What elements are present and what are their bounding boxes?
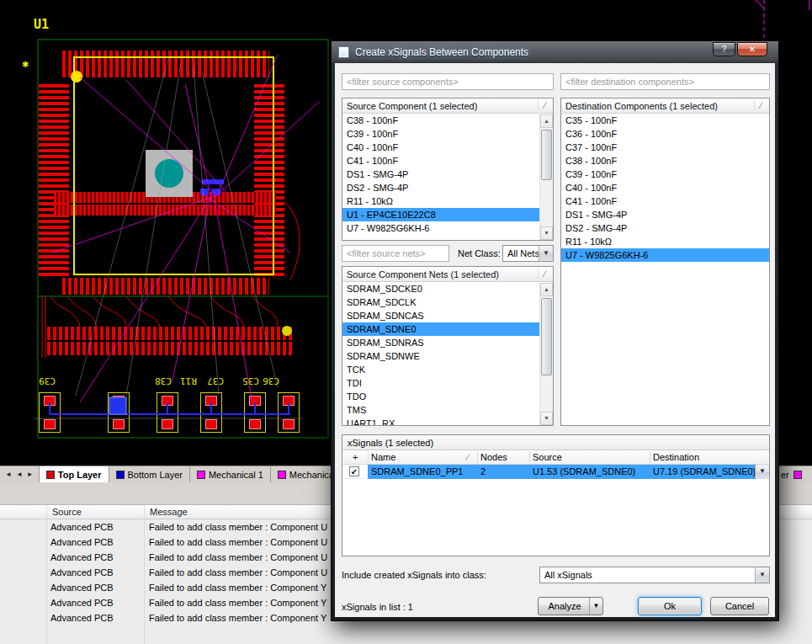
scroll-down-icon[interactable]: ▼ [540,412,553,425]
chevron-down-icon[interactable]: ▼ [755,465,769,479]
layer-color-swatch [116,471,125,479]
messages-col-blank[interactable] [0,505,47,519]
chevron-down-icon[interactable]: ▼ [539,246,553,261]
list-item[interactable]: C38 - 100nF [342,114,539,127]
grid-line [46,519,47,644]
sort-indicator-icon[interactable]: ∕ [467,452,469,462]
list-item[interactable]: R11 - 10kΩ [342,194,539,208]
filter-destination-components-input[interactable] [560,73,770,90]
list-item[interactable]: C40 - 100nF [342,141,539,154]
designator-c36: C36 [263,375,279,386]
list-item[interactable]: UART1_RX [342,417,539,426]
scrollbar-thumb[interactable] [541,130,552,180]
close-button[interactable]: ✕ [737,42,767,56]
layer-tab-overflow[interactable]: er [781,467,802,482]
col-nodes[interactable]: Nodes [480,452,507,462]
analyze-button[interactable]: Analyze ▼ [538,597,603,615]
list-item[interactable]: R11 - 10kΩ [561,235,769,248]
source-nets-header[interactable]: Source Component Nets (1 selected) ∕ [342,267,553,282]
list-item[interactable]: SDRAM_SDCKE0 [342,282,539,295]
list-item[interactable]: C38 - 100nF [561,154,769,168]
list-item[interactable]: C36 - 100nF [561,127,769,141]
list-item[interactable]: U7 - W9825G6KH-6 [342,221,539,235]
source-components-header[interactable]: Source Component (1 selected) ∕ [342,98,553,114]
list-item[interactable]: C37 - 100nF [561,141,769,154]
layer-tab-bottom[interactable]: Bottom Layer [109,466,190,482]
scroll-left-icon[interactable]: ◄ [5,471,12,478]
list-item-selected[interactable]: U7 - W9825G6KH-6 [561,248,769,262]
footprint-c39[interactable] [39,392,61,433]
scroll-right-icon[interactable]: ► [27,471,34,478]
list-item[interactable]: SDRAM_SDNRAS [342,336,539,349]
list-item[interactable]: DS1 - SMG-4P [342,168,539,181]
list-item[interactable]: SDRAM_SDNCAS [342,309,539,322]
xsignal-checkbox[interactable]: ✔ [349,466,359,476]
list-item-selected[interactable]: U1 - EP4CE10E22C8 [342,208,539,221]
column-header-label: Source Component Nets (1 selected) [347,269,499,279]
list-item[interactable]: C40 - 100nF [561,181,769,194]
filter-source-components-input[interactable] [342,73,554,90]
list-item[interactable]: TDO [342,390,539,403]
messages-col-source[interactable]: Source [47,505,145,519]
list-item[interactable]: C39 - 100nF [561,168,769,181]
col-name[interactable]: Name [371,452,395,462]
message-source: Advanced PCB [50,613,114,623]
footprint-c37[interactable] [200,392,222,433]
dialog-title-bar[interactable]: Create xSignals Between Components [332,41,778,63]
scroll-up-icon[interactable]: ▲ [540,114,553,128]
layer-tab-top[interactable]: Top Layer [40,466,109,482]
footprint-c38[interactable] [157,392,178,433]
net-class-combo[interactable]: All Nets ▼ [502,245,554,262]
list-item[interactable]: C39 - 100nF [342,127,539,141]
scrollbar[interactable]: ▲ ▼ [539,283,553,425]
layer-tab-mechanical1[interactable]: Mechanical 1 [190,466,271,482]
cancel-button[interactable]: Cancel [710,597,769,615]
xsignal-check-cell: ✔ [342,465,368,479]
list-item[interactable]: TCK [342,363,539,376]
scroll-left-icon[interactable]: ◄ [16,471,23,478]
xsignal-row-selection: SDRAM_SDNE0_PP1 2 U1.53 (SDRAM_SDNE0) U7… [368,465,769,479]
list-item[interactable]: TDI [342,376,539,390]
list-item[interactable]: SDRAM_SDCLK [342,295,539,309]
sdram-pad-row-2 [54,205,276,216]
filter-source-nets-input[interactable] [342,245,449,262]
include-class-value: All xSignals [544,570,592,580]
list-item[interactable]: DS1 - SMG-4P [561,208,769,221]
list-item[interactable]: DS2 - SMG-4P [342,181,539,194]
list-item[interactable]: C35 - 100nF [561,114,769,127]
col-destination[interactable]: Destination [653,452,699,462]
include-class-label: Include created xSignals into class: [342,570,486,580]
footprint-r11[interactable] [108,392,130,433]
list-item[interactable]: SDRAM_SDNWE [342,349,539,363]
ok-button[interactable]: Ok [638,597,702,615]
footprint-c35[interactable] [278,392,300,433]
footprint-c36[interactable] [244,392,266,433]
message-text: Failed to add class member : Component U [149,522,327,532]
list-item[interactable]: TMS [342,403,539,417]
destination-components-header[interactable]: Destination Components (1 selected) ∕ [561,98,769,114]
xsignal-nodes: 2 [480,466,486,476]
include-class-combo[interactable]: All xSignals ▼ [539,567,770,583]
col-check[interactable]: + [353,452,358,462]
xsignal-row[interactable]: ✔ SDRAM_SDNE0_PP1 2 U1.53 (SDRAM_SDNE0) … [342,465,769,479]
pad [44,396,56,406]
layer-color-swatch [46,471,55,479]
scrollbar[interactable]: ▲ ▼ [539,114,553,240]
layer-tab-label: Mechanical [289,470,337,480]
sort-indicator-icon[interactable]: ∕ [538,100,551,110]
analyze-dropdown-icon[interactable]: ▼ [589,598,602,615]
list-item[interactable]: C41 - 100nF [342,154,539,168]
scrollbar-thumb[interactable] [541,298,552,375]
col-source[interactable]: Source [533,452,562,462]
xsignals-count-label: xSignals in list : 1 [342,602,413,612]
sort-indicator-icon[interactable]: ∕ [538,269,551,279]
message-source: Advanced PCB [50,522,114,532]
chevron-down-icon[interactable]: ▼ [755,567,769,583]
scroll-up-icon[interactable]: ▲ [540,283,553,296]
list-item-selected[interactable]: SDRAM_SDNE0 [342,322,539,336]
sort-indicator-icon[interactable]: ∕ [754,100,767,110]
help-button[interactable]: ? [713,42,735,56]
scroll-down-icon[interactable]: ▼ [540,226,553,240]
list-item[interactable]: C41 - 100nF [561,194,769,208]
list-item[interactable]: DS2 - SMG-4P [561,221,769,235]
